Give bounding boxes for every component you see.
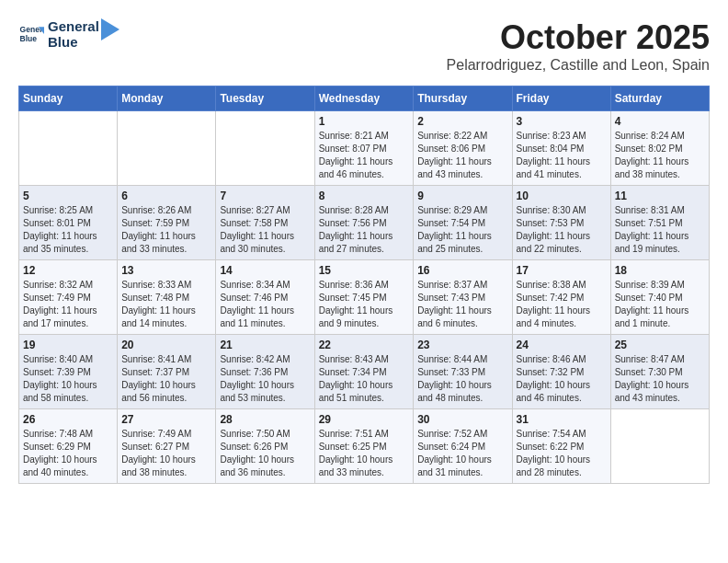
svg-text:General: General	[20, 25, 44, 34]
day-info: Sunrise: 8:43 AM Sunset: 7:34 PM Dayligh…	[319, 353, 410, 405]
calendar-cell: 22Sunrise: 8:43 AM Sunset: 7:34 PM Dayli…	[314, 335, 414, 409]
calendar-cell: 5Sunrise: 8:25 AM Sunset: 8:01 PM Daylig…	[19, 186, 118, 260]
calendar-cell: 14Sunrise: 8:34 AM Sunset: 7:46 PM Dayli…	[216, 260, 314, 335]
calendar-cell: 31Sunrise: 7:54 AM Sunset: 6:22 PM Dayli…	[512, 409, 610, 484]
day-number: 7	[220, 190, 310, 202]
calendar-week-row: 5Sunrise: 8:25 AM Sunset: 8:01 PM Daylig…	[19, 186, 710, 260]
day-number: 5	[23, 190, 113, 202]
logo-line1: General	[48, 18, 99, 34]
svg-text:Blue: Blue	[20, 34, 38, 43]
day-info: Sunrise: 7:50 AM Sunset: 6:26 PM Dayligh…	[220, 428, 310, 479]
logo-line2: Blue	[48, 34, 99, 50]
day-info: Sunrise: 8:41 AM Sunset: 7:37 PM Dayligh…	[121, 353, 211, 405]
header-day-sunday: Sunday	[19, 86, 118, 111]
calendar-cell: 28Sunrise: 7:50 AM Sunset: 6:26 PM Dayli…	[216, 409, 314, 484]
day-number: 24	[517, 339, 607, 351]
day-number: 25	[615, 339, 705, 351]
logo: General Blue General Blue	[18, 18, 119, 50]
month-title: October 2025	[447, 18, 710, 57]
calendar-cell: 16Sunrise: 8:37 AM Sunset: 7:43 PM Dayli…	[414, 260, 512, 335]
calendar-header-row: SundayMondayTuesdayWednesdayThursdayFrid…	[19, 86, 710, 111]
calendar-cell: 24Sunrise: 8:46 AM Sunset: 7:32 PM Dayli…	[512, 335, 610, 409]
calendar-week-row: 12Sunrise: 8:32 AM Sunset: 7:49 PM Dayli…	[19, 260, 710, 335]
calendar-cell: 9Sunrise: 8:29 AM Sunset: 7:54 PM Daylig…	[414, 186, 512, 260]
day-number: 19	[23, 339, 113, 351]
day-info: Sunrise: 8:34 AM Sunset: 7:46 PM Dayligh…	[220, 279, 310, 330]
calendar-cell: 10Sunrise: 8:30 AM Sunset: 7:53 PM Dayli…	[512, 186, 610, 260]
header-day-wednesday: Wednesday	[314, 86, 414, 111]
calendar-cell: 6Sunrise: 8:26 AM Sunset: 7:59 PM Daylig…	[118, 186, 216, 260]
day-number: 27	[121, 413, 211, 426]
day-info: Sunrise: 8:21 AM Sunset: 8:07 PM Dayligh…	[319, 130, 410, 181]
calendar-cell: 4Sunrise: 8:24 AM Sunset: 8:02 PM Daylig…	[610, 111, 709, 186]
day-info: Sunrise: 7:51 AM Sunset: 6:25 PM Dayligh…	[319, 428, 410, 479]
calendar-cell: 12Sunrise: 8:32 AM Sunset: 7:49 PM Dayli…	[19, 260, 118, 335]
calendar-cell: 29Sunrise: 7:51 AM Sunset: 6:25 PM Dayli…	[314, 409, 414, 484]
header-day-tuesday: Tuesday	[216, 86, 314, 111]
day-info: Sunrise: 8:38 AM Sunset: 7:42 PM Dayligh…	[517, 279, 607, 330]
day-number: 23	[417, 339, 507, 351]
day-number: 3	[517, 115, 607, 128]
calendar-cell: 3Sunrise: 8:23 AM Sunset: 8:04 PM Daylig…	[512, 111, 610, 186]
header-day-friday: Friday	[512, 86, 610, 111]
day-number: 20	[121, 339, 211, 351]
day-info: Sunrise: 8:40 AM Sunset: 7:39 PM Dayligh…	[23, 353, 113, 405]
day-info: Sunrise: 8:29 AM Sunset: 7:54 PM Dayligh…	[417, 204, 507, 256]
day-number: 30	[417, 413, 507, 426]
day-info: Sunrise: 8:37 AM Sunset: 7:43 PM Dayligh…	[417, 279, 507, 330]
day-number: 6	[121, 190, 211, 202]
day-number: 16	[417, 264, 507, 277]
day-number: 11	[615, 190, 705, 202]
calendar-cell: 30Sunrise: 7:52 AM Sunset: 6:24 PM Dayli…	[414, 409, 512, 484]
day-info: Sunrise: 8:39 AM Sunset: 7:40 PM Dayligh…	[615, 279, 705, 330]
calendar-cell: 2Sunrise: 8:22 AM Sunset: 8:06 PM Daylig…	[414, 111, 512, 186]
calendar-cell: 17Sunrise: 8:38 AM Sunset: 7:42 PM Dayli…	[512, 260, 610, 335]
day-info: Sunrise: 8:47 AM Sunset: 7:30 PM Dayligh…	[615, 353, 705, 405]
logo-arrow-icon	[101, 18, 119, 40]
day-number: 8	[319, 190, 410, 202]
day-number: 29	[319, 413, 410, 426]
calendar-week-row: 19Sunrise: 8:40 AM Sunset: 7:39 PM Dayli…	[19, 335, 710, 409]
day-info: Sunrise: 8:36 AM Sunset: 7:45 PM Dayligh…	[319, 279, 410, 330]
day-number: 2	[417, 115, 507, 128]
day-info: Sunrise: 8:46 AM Sunset: 7:32 PM Dayligh…	[517, 353, 607, 405]
location-title: Pelarrodriguez, Castille and Leon, Spain	[447, 57, 710, 74]
logo-icon: General Blue	[18, 21, 44, 47]
day-info: Sunrise: 8:31 AM Sunset: 7:51 PM Dayligh…	[615, 204, 705, 256]
calendar-cell: 7Sunrise: 8:27 AM Sunset: 7:58 PM Daylig…	[216, 186, 314, 260]
day-number: 12	[23, 264, 113, 277]
calendar-cell: 25Sunrise: 8:47 AM Sunset: 7:30 PM Dayli…	[610, 335, 709, 409]
day-info: Sunrise: 8:33 AM Sunset: 7:48 PM Dayligh…	[121, 279, 211, 330]
day-number: 4	[615, 115, 705, 128]
calendar-cell: 26Sunrise: 7:48 AM Sunset: 6:29 PM Dayli…	[19, 409, 118, 484]
day-number: 17	[517, 264, 607, 277]
day-number: 26	[23, 413, 113, 426]
day-info: Sunrise: 7:52 AM Sunset: 6:24 PM Dayligh…	[417, 428, 507, 479]
calendar-cell: 27Sunrise: 7:49 AM Sunset: 6:27 PM Dayli…	[118, 409, 216, 484]
calendar-cell: 1Sunrise: 8:21 AM Sunset: 8:07 PM Daylig…	[314, 111, 414, 186]
calendar-cell: 19Sunrise: 8:40 AM Sunset: 7:39 PM Dayli…	[19, 335, 118, 409]
day-info: Sunrise: 8:23 AM Sunset: 8:04 PM Dayligh…	[517, 130, 607, 181]
header-day-thursday: Thursday	[414, 86, 512, 111]
calendar-week-row: 1Sunrise: 8:21 AM Sunset: 8:07 PM Daylig…	[19, 111, 710, 186]
day-number: 21	[220, 339, 310, 351]
day-number: 22	[319, 339, 410, 351]
day-number: 15	[319, 264, 410, 277]
day-info: Sunrise: 8:25 AM Sunset: 8:01 PM Dayligh…	[23, 204, 113, 256]
calendar-cell: 20Sunrise: 8:41 AM Sunset: 7:37 PM Dayli…	[118, 335, 216, 409]
calendar-cell: 13Sunrise: 8:33 AM Sunset: 7:48 PM Dayli…	[118, 260, 216, 335]
day-info: Sunrise: 8:42 AM Sunset: 7:36 PM Dayligh…	[220, 353, 310, 405]
calendar-cell	[118, 111, 216, 186]
day-number: 10	[517, 190, 607, 202]
calendar-table: SundayMondayTuesdayWednesdayThursdayFrid…	[18, 86, 710, 484]
calendar-cell	[19, 111, 118, 186]
day-number: 31	[517, 413, 607, 426]
day-number: 13	[121, 264, 211, 277]
calendar-cell: 11Sunrise: 8:31 AM Sunset: 7:51 PM Dayli…	[610, 186, 709, 260]
calendar-cell: 15Sunrise: 8:36 AM Sunset: 7:45 PM Dayli…	[314, 260, 414, 335]
day-number: 18	[615, 264, 705, 277]
calendar-cell: 8Sunrise: 8:28 AM Sunset: 7:56 PM Daylig…	[314, 186, 414, 260]
calendar-cell: 21Sunrise: 8:42 AM Sunset: 7:36 PM Dayli…	[216, 335, 314, 409]
header-day-saturday: Saturday	[610, 86, 709, 111]
day-info: Sunrise: 8:32 AM Sunset: 7:49 PM Dayligh…	[23, 279, 113, 330]
